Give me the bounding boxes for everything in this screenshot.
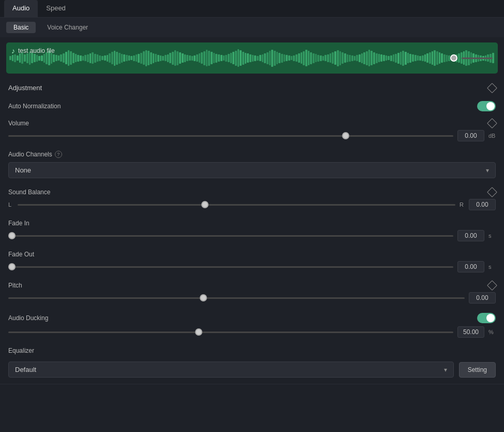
audio-ducking-slider[interactable]: [8, 327, 453, 337]
sound-balance-label: Sound Balance: [8, 189, 70, 196]
waveform-position-slider[interactable]: [450, 54, 493, 62]
tab-speed[interactable]: Speed: [38, 0, 74, 17]
audio-channels-dropdown[interactable]: None ▾: [8, 162, 496, 178]
equalizer-value: Default: [15, 366, 36, 373]
fade-in-unit: s: [488, 233, 496, 239]
audio-ducking-control-row: Audio Ducking: [0, 309, 504, 324]
waveform-bars: [6, 42, 498, 74]
audio-channels-value: None: [15, 166, 31, 174]
fade-in-slider-row: 0.00 s: [0, 228, 504, 247]
pitch-label: Pitch: [8, 282, 70, 289]
pitch-slider[interactable]: [8, 293, 465, 303]
audio-ducking-toggle[interactable]: [477, 313, 496, 323]
tab-audio[interactable]: Audio: [4, 0, 38, 17]
fade-in-value[interactable]: 0.00: [457, 230, 484, 241]
sound-balance-control-row: Sound Balance: [0, 184, 504, 197]
adjustment-section: Adjustment Auto Normalization Volume 0.0…: [0, 79, 504, 384]
volume-thumb[interactable]: [342, 132, 349, 139]
audio-ducking-value[interactable]: 50.00: [457, 326, 484, 338]
volume-label: Volume: [8, 120, 70, 127]
sound-balance-slider-row: L R 0.00: [0, 197, 504, 215]
audio-ducking-unit: %: [488, 329, 496, 335]
pitch-value[interactable]: 0.00: [469, 292, 496, 304]
audio-channels-help-icon[interactable]: ?: [55, 151, 62, 158]
audio-channels-chevron: ▾: [486, 167, 489, 174]
audio-ducking-label: Audio Ducking: [8, 314, 70, 322]
fade-out-thumb[interactable]: [8, 263, 16, 270]
adjustment-title: Adjustment: [8, 84, 42, 92]
sub-tab-bar: Basic Voice Changer: [0, 18, 504, 37]
fade-out-unit: s: [488, 264, 496, 270]
waveform-display[interactable]: ♪ test audio file: [6, 42, 498, 74]
fade-in-control-row: Fade In: [0, 215, 504, 228]
equalizer-label: Equalizer: [8, 347, 70, 354]
volume-unit: dB: [488, 133, 496, 139]
pitch-slider-row: 0.00: [0, 290, 504, 309]
tab-voice-changer[interactable]: Voice Changer: [40, 22, 95, 33]
fade-out-slider-row: 0.00 s: [0, 259, 504, 278]
sound-balance-thumb[interactable]: [201, 201, 209, 208]
volume-control-row: Volume: [0, 116, 504, 128]
equalizer-control-row: Equalizer: [0, 343, 504, 355]
music-icon: ♪: [11, 47, 15, 55]
tab-basic[interactable]: Basic: [6, 22, 36, 33]
fade-out-slider[interactable]: [8, 262, 453, 272]
fade-out-value[interactable]: 0.00: [457, 261, 484, 272]
fade-out-label: Fade Out: [8, 251, 70, 258]
auto-normalization-label: Auto Normalization: [8, 103, 70, 110]
equalizer-dropdown[interactable]: Default ▾: [8, 362, 454, 378]
waveform-track: [462, 57, 493, 59]
equalizer-setting-button[interactable]: Setting: [459, 362, 496, 378]
volume-slider[interactable]: [8, 131, 453, 141]
waveform-label: ♪ test audio file: [11, 47, 55, 55]
equalizer-row: Default ▾ Setting: [0, 355, 504, 384]
pitch-thumb[interactable]: [200, 294, 207, 301]
sound-balance-value[interactable]: 0.00: [469, 199, 496, 210]
audio-channels-label: Audio Channels ?: [8, 151, 70, 158]
adjustment-section-header[interactable]: Adjustment: [0, 79, 504, 97]
sound-balance-slider[interactable]: [18, 199, 455, 210]
sound-balance-reset-icon[interactable]: [487, 187, 497, 197]
pitch-reset-icon[interactable]: [487, 280, 497, 291]
waveform-knob[interactable]: [450, 54, 457, 62]
adjustment-reset-icon[interactable]: [487, 83, 497, 93]
volume-value[interactable]: 0.00: [457, 130, 484, 141]
audio-channels-select-row: None ▾: [0, 160, 504, 184]
waveform-filename: test audio file: [18, 47, 55, 54]
fade-in-thumb[interactable]: [8, 232, 16, 239]
top-tab-bar: Audio Speed: [0, 0, 504, 18]
volume-reset-icon[interactable]: [487, 118, 497, 128]
pitch-control-row: Pitch: [0, 278, 504, 290]
audio-ducking-slider-row: 50.00 %: [0, 324, 504, 343]
volume-slider-row: 0.00 dB: [0, 128, 504, 147]
equalizer-chevron: ▾: [444, 366, 447, 373]
audio-channels-row: Audio Channels ?: [0, 147, 504, 160]
fade-in-slider[interactable]: [8, 231, 453, 241]
auto-normalization-toggle[interactable]: [477, 101, 496, 111]
fade-in-label: Fade In: [8, 220, 70, 227]
auto-normalization-row: Auto Normalization: [0, 97, 504, 116]
sound-balance-right-label: R: [459, 201, 465, 208]
fade-out-control-row: Fade Out: [0, 247, 504, 259]
sound-balance-left-label: L: [8, 201, 13, 208]
audio-ducking-thumb[interactable]: [195, 328, 202, 336]
